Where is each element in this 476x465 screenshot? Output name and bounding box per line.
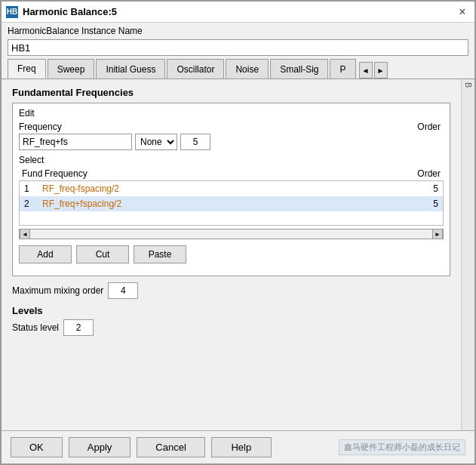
status-level-row: Status level [12, 319, 450, 336]
fund-col-header: Fund [22, 168, 45, 179]
window-icon: HB [6, 6, 18, 18]
freq-row-1[interactable]: 1 RF_freq-fspacing/2 5 [20, 181, 443, 196]
window-title: Harmonic Balance:5 [23, 6, 455, 17]
fund-2: 2 [24, 199, 42, 209]
help-button[interactable]: Help [211, 437, 272, 457]
tab-oscillator[interactable]: Oscillator [167, 59, 224, 79]
frequency-list[interactable]: 1 RF_freq-fspacing/2 5 2 RF_freq+fspacin… [19, 180, 444, 226]
select-label: Select [19, 155, 444, 165]
title-bar: HB Harmonic Balance:5 × [2, 2, 474, 23]
status-level-input[interactable] [63, 319, 94, 336]
mixing-order-row: Maximum mixing order [12, 282, 450, 299]
frequency-col-header: Frequency [19, 122, 62, 132]
frequency-input[interactable] [19, 134, 132, 150]
order-col-header: Order [417, 122, 441, 132]
instance-name-input[interactable] [8, 39, 468, 56]
freq-order-edit-row: None [19, 134, 444, 150]
freq-2: RF_freq+fspacing/2 [42, 199, 401, 209]
freq-row-2[interactable]: 2 RF_freq+fspacing/2 5 [20, 196, 443, 211]
order-2: 5 [401, 199, 438, 209]
tab-noise[interactable]: Noise [226, 59, 269, 79]
tab-next-button[interactable]: ► [374, 62, 388, 79]
horizontal-scrollbar[interactable]: ◄ ► [19, 229, 444, 239]
scroll-track[interactable] [30, 229, 432, 239]
bottom-right-info: 鑫马硬件工程师小磊的成长日记 [278, 439, 465, 455]
order-value-input[interactable] [180, 134, 210, 150]
fund-1: 1 [24, 183, 42, 194]
close-button[interactable]: × [455, 5, 470, 20]
ok-button[interactable]: OK [11, 437, 63, 457]
mixing-order-label: Maximum mixing order [12, 285, 103, 296]
add-cut-paste-row: Add Cut Paste [19, 245, 444, 263]
paste-button[interactable]: Paste [134, 245, 186, 263]
tab-p[interactable]: P [330, 59, 355, 79]
order-1: 5 [401, 183, 438, 194]
add-button[interactable]: Add [19, 245, 72, 263]
order-dropdown[interactable]: None [135, 134, 177, 150]
content-area: Fundamental Frequencies Edit Frequency O… [2, 79, 474, 430]
watermark-text: 鑫马硬件工程师小磊的成长日记 [339, 439, 465, 455]
tab-small-sig[interactable]: Small-Sig [270, 59, 328, 79]
edit-label: Edit [19, 108, 444, 119]
order-list-col-header: Order [403, 168, 441, 179]
freq-table-header: Fund Frequency Order [19, 168, 444, 179]
frequency-list-col-header: Frequency [45, 168, 403, 179]
frequencies-panel: Edit Frequency Order None Select Fund [12, 103, 450, 276]
right-sidebar: B [461, 79, 474, 430]
freq-order-header: Frequency Order [19, 122, 444, 132]
tab-prev-button[interactable]: ◄ [359, 62, 373, 79]
freq-1: RF_freq-fspacing/2 [42, 183, 401, 194]
tab-sweep[interactable]: Sweep [48, 59, 95, 79]
scroll-left-btn[interactable]: ◄ [20, 229, 30, 239]
levels-label: Levels [12, 305, 450, 316]
instance-label: HarmonicBalance Instance Name [2, 23, 474, 38]
cut-button[interactable]: Cut [76, 245, 129, 263]
tab-initial-guess[interactable]: Initial Guess [96, 59, 165, 79]
tab-freq[interactable]: Freq [8, 59, 46, 79]
cancel-button[interactable]: Cancel [137, 437, 204, 457]
status-level-label: Status level [12, 322, 59, 333]
main-content: Fundamental Frequencies Edit Frequency O… [2, 79, 461, 430]
fundamental-frequencies-label: Fundamental Frequencies [12, 87, 450, 98]
sidebar-letter: B [464, 82, 473, 89]
apply-button[interactable]: Apply [69, 437, 131, 457]
bottom-bar: OK Apply Cancel Help 鑫马硬件工程师小磊的成长日记 [2, 430, 474, 463]
tabs-bar: Freq Sweep Initial Guess Oscillator Nois… [2, 59, 474, 79]
main-window: HB Harmonic Balance:5 × HarmonicBalance … [0, 0, 476, 465]
scroll-right-btn[interactable]: ► [432, 229, 443, 239]
mixing-order-input[interactable] [108, 282, 138, 299]
